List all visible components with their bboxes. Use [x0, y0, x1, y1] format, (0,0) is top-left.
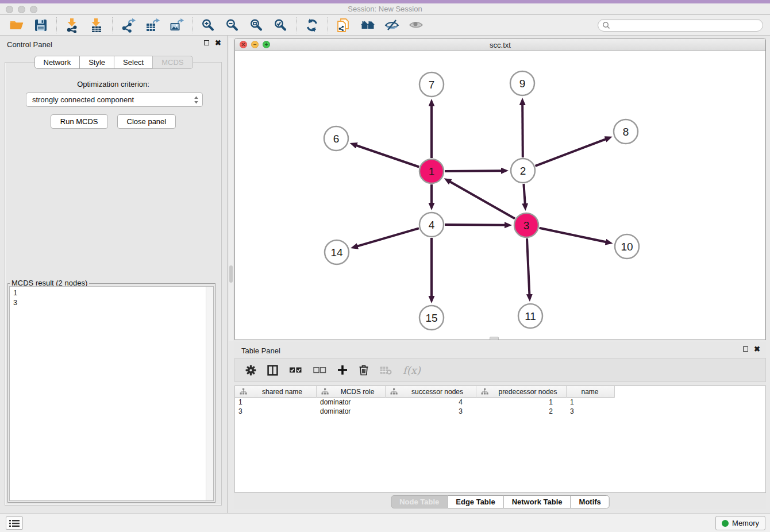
- mcds-result-text[interactable]: 13: [9, 286, 214, 501]
- zoom-in-icon[interactable]: [200, 17, 216, 33]
- cell-MCDS-role[interactable]: dominator: [317, 407, 386, 416]
- node-table[interactable]: shared nameMCDS rolesuccessor nodesprede…: [234, 385, 766, 493]
- close-table-panel-icon[interactable]: ✖: [754, 346, 760, 352]
- search-field[interactable]: [598, 19, 763, 32]
- list-icon: [9, 519, 20, 527]
- function-builder-icon: f(x): [403, 364, 421, 376]
- cell-predecessor-nodes[interactable]: 2: [476, 407, 567, 416]
- graph-node-2[interactable]: 2: [511, 159, 535, 183]
- close-mcds-panel-button[interactable]: Close panel: [117, 114, 176, 129]
- graph-node-3[interactable]: 3: [514, 213, 538, 237]
- scrollbar-thumb[interactable]: [229, 265, 233, 283]
- network-window-titlebar[interactable]: ✕ – + scc.txt: [235, 38, 765, 51]
- control-panel: Control Panel ✖ NetworkStyleSelectMCDS O…: [0, 36, 228, 513]
- result-line: 3: [13, 298, 210, 307]
- first-neighbors-icon[interactable]: [360, 17, 376, 33]
- unselect-all-columns-icon[interactable]: [313, 364, 326, 376]
- search-icon: [602, 21, 610, 29]
- column-header-predecessor-nodes[interactable]: predecessor nodes: [476, 386, 567, 398]
- column-header-successor-nodes[interactable]: successor nodes: [386, 386, 476, 398]
- tab-edge-table[interactable]: Edge Table: [447, 495, 503, 508]
- refresh-layout-icon[interactable]: [304, 17, 320, 33]
- import-table-icon[interactable]: [88, 17, 105, 33]
- edge-2-9[interactable]: [522, 105, 523, 157]
- cell-successor-nodes[interactable]: 4: [386, 398, 476, 407]
- delete-rows-icon[interactable]: [359, 364, 369, 376]
- edge-4-14[interactable]: [357, 228, 419, 246]
- graph-node-14[interactable]: 14: [325, 240, 349, 264]
- edge-3-10[interactable]: [540, 228, 606, 242]
- zoom-fit-icon[interactable]: [248, 17, 264, 33]
- insert-column-icon[interactable]: [267, 364, 278, 376]
- graph-node-11[interactable]: 11: [518, 304, 542, 328]
- toolbar-separator: [192, 17, 192, 33]
- edge-2-8[interactable]: [536, 139, 606, 166]
- task-history-button[interactable]: [6, 516, 23, 530]
- session-title: Session: New Session: [0, 5, 770, 13]
- add-row-icon[interactable]: [337, 364, 348, 376]
- graph-node-10[interactable]: 10: [615, 234, 639, 259]
- column-header-MCDS-role[interactable]: MCDS role: [317, 386, 386, 398]
- table-row[interactable]: 1dominator411: [235, 398, 765, 407]
- network-vertical-scrollbar[interactable]: [229, 38, 233, 341]
- save-session-icon[interactable]: [33, 17, 49, 33]
- graph-node-8[interactable]: 8: [614, 119, 638, 144]
- hide-selected-icon[interactable]: [384, 17, 400, 33]
- tab-network[interactable]: Network: [34, 56, 80, 69]
- graph-node-7[interactable]: 7: [419, 72, 444, 97]
- network-graph[interactable]: 1234678910111415: [235, 51, 765, 340]
- graph-node-6[interactable]: 6: [324, 126, 348, 151]
- network-from-file-icon[interactable]: [336, 17, 352, 33]
- edge-1-2[interactable]: [445, 171, 502, 171]
- edge-1-6[interactable]: [356, 145, 419, 167]
- graph-node-9[interactable]: 9: [510, 71, 534, 95]
- tab-node-table[interactable]: Node Table: [391, 495, 448, 508]
- column-header-name[interactable]: name: [567, 386, 615, 398]
- show-all-icon[interactable]: [408, 17, 424, 33]
- column-header-shared-name[interactable]: shared name: [235, 386, 317, 398]
- zoom-out-icon[interactable]: [224, 17, 240, 33]
- float-table-panel-icon[interactable]: [743, 346, 748, 352]
- cell-name[interactable]: 1: [567, 398, 615, 407]
- graph-node-1[interactable]: 1: [419, 159, 444, 183]
- svg-text:6: 6: [333, 133, 340, 145]
- tab-select[interactable]: Select: [114, 56, 153, 69]
- graph-node-15[interactable]: 15: [419, 306, 444, 330]
- cell-name[interactable]: 3: [567, 407, 615, 416]
- edge-2-3[interactable]: [523, 184, 525, 204]
- cell-predecessor-nodes[interactable]: 1: [476, 398, 567, 407]
- cell-successor-nodes[interactable]: 3: [386, 407, 476, 416]
- close-panel-icon[interactable]: ✖: [215, 40, 221, 45]
- export-network-icon[interactable]: [120, 17, 136, 33]
- settings-gear-icon[interactable]: [245, 364, 256, 376]
- float-panel-icon[interactable]: [204, 40, 209, 45]
- select-all-columns-icon[interactable]: [289, 364, 302, 376]
- cell-shared-name[interactable]: 3: [235, 407, 317, 416]
- search-input[interactable]: [598, 19, 763, 32]
- tab-network-table[interactable]: Network Table: [503, 495, 571, 508]
- run-mcds-button[interactable]: Run MCDS: [51, 114, 108, 129]
- edge-3-1[interactable]: [450, 182, 515, 218]
- edge-4-3[interactable]: [445, 225, 505, 225]
- result-scrollbar[interactable]: [206, 287, 213, 500]
- tab-style[interactable]: Style: [79, 56, 114, 69]
- tab-mcds[interactable]: MCDS: [152, 56, 192, 69]
- import-network-icon[interactable]: [64, 17, 80, 33]
- edge-3-11[interactable]: [527, 238, 529, 295]
- memory-label: Memory: [732, 519, 759, 527]
- cell-shared-name[interactable]: 1: [235, 398, 317, 407]
- table-tabs: Node TableEdge TableNetwork TableMotifs: [391, 495, 610, 508]
- graph-node-4[interactable]: 4: [419, 213, 444, 237]
- criterion-select[interactable]: strongly connected component: [26, 92, 203, 107]
- export-table-icon[interactable]: [144, 17, 160, 33]
- memory-button[interactable]: Memory: [715, 516, 765, 530]
- cell-MCDS-role[interactable]: dominator: [317, 398, 386, 407]
- network-canvas[interactable]: 1234678910111415: [235, 51, 765, 340]
- zoom-selected-icon[interactable]: [272, 17, 288, 33]
- svg-text:2: 2: [520, 165, 526, 177]
- open-session-icon[interactable]: [9, 17, 25, 33]
- table-row[interactable]: 3dominator323: [235, 407, 765, 416]
- network-horizontal-scrollbar[interactable]: [490, 337, 499, 340]
- tab-motifs[interactable]: Motifs: [571, 495, 610, 508]
- export-image-icon[interactable]: [168, 17, 184, 33]
